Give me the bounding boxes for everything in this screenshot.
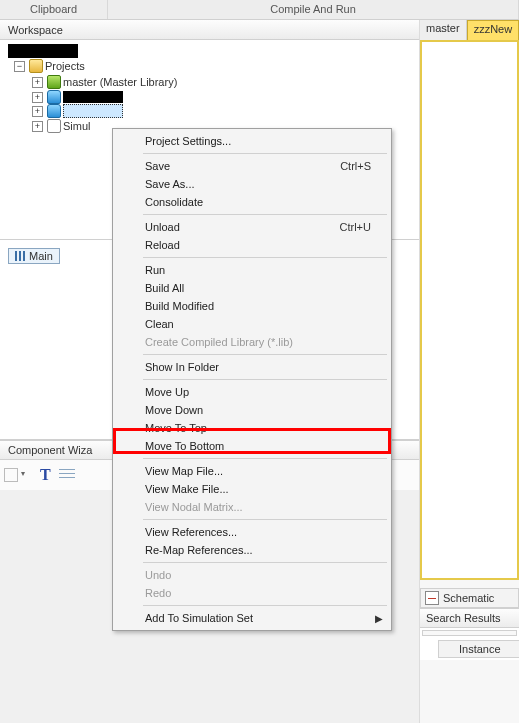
menu-save[interactable]: SaveCtrl+S [115, 157, 389, 175]
simulation-icon [47, 119, 61, 133]
expand-icon[interactable]: + [32, 77, 43, 88]
menu-redo: Redo [115, 584, 389, 602]
menu-run[interactable]: Run [115, 261, 389, 279]
menu-build-modified[interactable]: Build Modified [115, 297, 389, 315]
submenu-arrow-icon: ▶ [375, 613, 383, 624]
menu-move-to-top[interactable]: Move To Top [115, 419, 389, 437]
search-results-body: Instance [420, 628, 519, 660]
project-icon [47, 75, 61, 89]
menu-view-nodal-matrix: View Nodal Matrix... [115, 498, 389, 516]
cw-text-tool-icon[interactable]: T [40, 466, 51, 484]
expand-icon[interactable]: + [32, 121, 43, 132]
search-col-instance[interactable]: Instance [438, 640, 519, 658]
schematic-label: Schematic [443, 592, 494, 604]
tab-clipboard[interactable]: Clipboard [0, 0, 108, 19]
schematic-icon [425, 591, 439, 605]
menu-project-settings[interactable]: Project Settings... [115, 132, 389, 150]
context-menu: Project Settings... SaveCtrl+S Save As..… [112, 128, 392, 631]
search-results-header: Search Results [420, 608, 519, 628]
menu-save-as[interactable]: Save As... [115, 175, 389, 193]
database-icon [47, 104, 61, 118]
cw-lines-tool-icon[interactable] [59, 469, 75, 481]
tree-master-label: master (Master Library) [63, 74, 177, 90]
doc-tab-zzznew[interactable]: zzzNew [467, 20, 519, 40]
menu-undo: Undo [115, 566, 389, 584]
menu-clean[interactable]: Clean [115, 315, 389, 333]
tab-compile-and-run[interactable]: Compile And Run [108, 0, 519, 19]
expand-icon[interactable]: + [32, 92, 43, 103]
menu-move-up[interactable]: Move Up [115, 383, 389, 401]
workspace-title: Workspace [4, 24, 467, 36]
right-column: master zzzNew Schematic Search Results I… [419, 20, 519, 723]
tree-item-selected-label [63, 104, 123, 118]
menu-move-to-bottom[interactable]: Move To Bottom [115, 437, 389, 455]
menu-consolidate[interactable]: Consolidate [115, 193, 389, 211]
expand-icon[interactable]: + [32, 106, 43, 117]
menu-build-all[interactable]: Build All [115, 279, 389, 297]
doc-tab-master[interactable]: master [420, 20, 467, 40]
tree-projects-label: Projects [45, 58, 85, 74]
menu-show-in-folder[interactable]: Show In Folder [115, 358, 389, 376]
signals-icon [15, 251, 25, 261]
database-icon [47, 90, 61, 104]
menu-create-compiled-library: Create Compiled Library (*.lib) [115, 333, 389, 351]
menu-move-down[interactable]: Move Down [115, 401, 389, 419]
menu-view-references[interactable]: View References... [115, 523, 389, 541]
folder-icon [29, 59, 43, 73]
canvas-area[interactable] [420, 40, 519, 580]
main-chip[interactable]: Main [8, 248, 60, 264]
menu-unload[interactable]: UnloadCtrl+U [115, 218, 389, 236]
menu-view-map-file[interactable]: View Map File... [115, 462, 389, 480]
document-tabs: master zzzNew [420, 20, 519, 40]
cw-shape-dropdown[interactable] [4, 468, 18, 482]
menu-view-make-file[interactable]: View Make File... [115, 480, 389, 498]
main-chip-label: Main [29, 250, 53, 262]
tree-simulations-label: Simul [63, 118, 91, 134]
collapse-icon[interactable]: − [14, 61, 25, 72]
menu-add-to-simulation-set[interactable]: Add To Simulation Set▶ [115, 609, 389, 627]
schematic-tab[interactable]: Schematic [420, 588, 519, 608]
menu-remap-references[interactable]: Re-Map References... [115, 541, 389, 559]
menu-reload[interactable]: Reload [115, 236, 389, 254]
ribbon-tabbar: Clipboard Compile And Run [0, 0, 519, 20]
